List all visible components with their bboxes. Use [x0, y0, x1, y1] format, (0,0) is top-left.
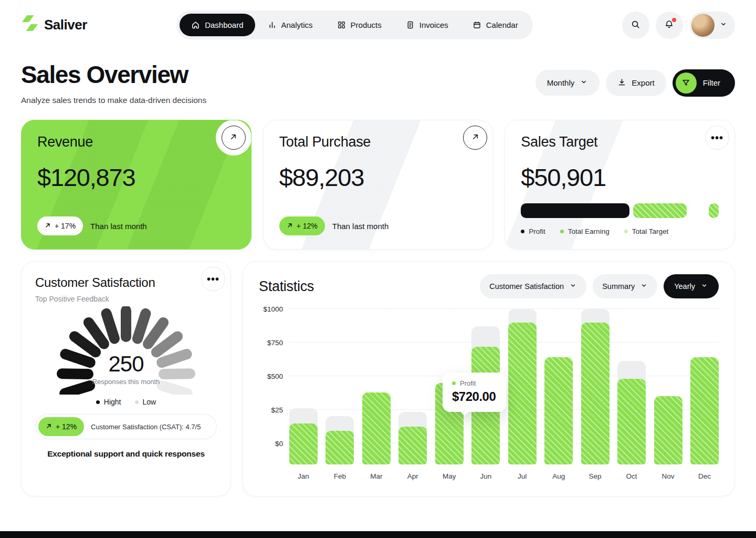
- compare-label: Than last month: [332, 222, 389, 231]
- card-title: Statistics: [259, 278, 314, 295]
- chevron-down-icon: [569, 282, 577, 291]
- y-tick-label: $1000: [259, 305, 283, 313]
- export-button[interactable]: Export: [606, 70, 666, 96]
- nav-label: Dashboard: [205, 20, 243, 29]
- card-title: Revenue: [37, 134, 235, 150]
- x-tick-label: Dec: [690, 472, 719, 480]
- metric-select-value: Customer Satisfaction: [489, 282, 564, 291]
- top-actions: [622, 12, 735, 39]
- progress-spacer: [687, 203, 709, 218]
- notifications-button[interactable]: [656, 12, 683, 39]
- progress-profit-segment: [521, 203, 629, 218]
- logo[interactable]: Saliver: [21, 14, 87, 36]
- bar-slot-apr: Apr: [398, 307, 427, 464]
- legend-item-total-earning: Total Earning: [560, 227, 610, 235]
- search-button[interactable]: [622, 12, 649, 39]
- range-select[interactable]: Yearly: [664, 274, 719, 298]
- nav-label: Analytics: [281, 20, 313, 29]
- summary-select-value: Summary: [602, 282, 635, 291]
- bar-slot-jul: Jul: [508, 307, 537, 464]
- revenue-expand-button[interactable]: [222, 126, 246, 150]
- sales-target-legend: Profit Total Earning Total Target: [521, 227, 719, 235]
- user-menu[interactable]: [689, 12, 735, 39]
- arrow-up-right-icon: [229, 133, 237, 142]
- csat-delta: + 12%: [56, 422, 77, 431]
- nav-dashboard[interactable]: Dashboard: [180, 14, 255, 36]
- products-icon: [337, 20, 346, 29]
- head-actions: Monthly Export Filter: [536, 69, 735, 97]
- chevron-down-icon: [719, 20, 728, 30]
- bar-slot-nov: Nov: [654, 307, 682, 464]
- satisfaction-gauge: 250 Responses this month: [47, 306, 205, 395]
- csat-pill: + 12% Customer Satisfaction (CSAT): 4.7/…: [35, 414, 217, 439]
- metric-select[interactable]: Customer Satisfaction: [480, 274, 586, 298]
- statistics-card: Statistics Customer Satisfaction Summary: [243, 261, 735, 496]
- nav-label: Invoices: [419, 20, 448, 29]
- y-tick-label: $0: [259, 440, 283, 448]
- total-purchase-expand-button[interactable]: [463, 126, 487, 150]
- x-tick-label: Sep: [581, 472, 610, 480]
- bar-dec[interactable]: [690, 357, 719, 464]
- nav-label: Products: [351, 20, 382, 29]
- x-tick-label: Mar: [362, 472, 391, 480]
- legend-item-total-target: Total Target: [624, 227, 669, 235]
- nav-products[interactable]: Products: [326, 14, 393, 36]
- dots-menu-icon: •••: [207, 273, 219, 285]
- nav-label: Calendar: [486, 20, 518, 29]
- period-select[interactable]: Monthly: [536, 70, 600, 96]
- bar-apr[interactable]: [398, 427, 427, 464]
- page-title: Sales Overview: [21, 60, 206, 89]
- progress-earning-segment: [633, 203, 687, 218]
- calendar-icon: [472, 20, 481, 29]
- nav-calendar[interactable]: Calendar: [461, 14, 530, 36]
- bar-mar[interactable]: [362, 392, 391, 464]
- sales-target-card: Sales Target $50,901 Profit Total Earnin…: [505, 120, 735, 250]
- bar-feb[interactable]: [326, 431, 354, 464]
- trend-up-icon: [287, 222, 293, 230]
- filter-icon: [676, 73, 697, 94]
- revenue-delta: + 17%: [55, 222, 76, 230]
- bar-jan[interactable]: [289, 423, 318, 464]
- tooltip-label: Profit: [460, 379, 476, 387]
- bar-aug[interactable]: [544, 357, 573, 464]
- bar-nov[interactable]: [654, 396, 682, 464]
- gauge-segment: [75, 336, 96, 352]
- bar-sep[interactable]: [581, 323, 610, 464]
- period-select-value: Monthly: [547, 78, 575, 87]
- legend-dot: [521, 230, 524, 233]
- x-tick-label: Apr: [398, 472, 427, 480]
- legend-label: Total Earning: [568, 227, 610, 235]
- statistics-filters: Customer Satisfaction Summary Yearly: [480, 274, 719, 298]
- filter-button[interactable]: Filter: [673, 69, 735, 97]
- sales-target-menu-button[interactable]: •••: [705, 126, 729, 150]
- total-purchase-value: $89,203: [279, 163, 477, 192]
- bar-jul[interactable]: [508, 323, 537, 464]
- progress-target-segment: [709, 203, 719, 218]
- notification-dot: [672, 18, 676, 22]
- bar-oct[interactable]: [617, 379, 646, 464]
- sales-target-value: $50,901: [521, 163, 719, 192]
- x-tick-label: May: [435, 472, 464, 480]
- revenue-value: $120,873: [37, 163, 235, 192]
- export-label: Export: [632, 78, 654, 87]
- revenue-card: Revenue $120,873 + 17% Than last month: [21, 120, 251, 250]
- bottom-bar: [0, 531, 756, 538]
- summary-select[interactable]: Summary: [593, 274, 657, 298]
- gauge-segment: [156, 336, 177, 352]
- brand-name: Saliver: [44, 17, 87, 33]
- nav-analytics[interactable]: Analytics: [256, 14, 324, 36]
- bar-slot-aug: Aug: [544, 307, 573, 464]
- gauge-segment: [65, 386, 90, 394]
- y-tick-label: $500: [259, 373, 283, 380]
- x-tick-label: Jan: [289, 472, 318, 480]
- chevron-down-icon: [580, 78, 588, 88]
- dots-menu-icon: •••: [711, 132, 723, 144]
- nav-invoices[interactable]: Invoices: [394, 14, 460, 36]
- satisfaction-menu-button[interactable]: •••: [201, 267, 225, 291]
- card-title: Total Purchase: [279, 134, 477, 150]
- revenue-delta-badge: + 17%: [37, 216, 83, 235]
- bar-slot-mar: Mar: [362, 307, 391, 464]
- legend-dot: [624, 230, 628, 233]
- arrow-up-right-icon: [471, 133, 479, 142]
- legend-label: Low: [143, 398, 156, 406]
